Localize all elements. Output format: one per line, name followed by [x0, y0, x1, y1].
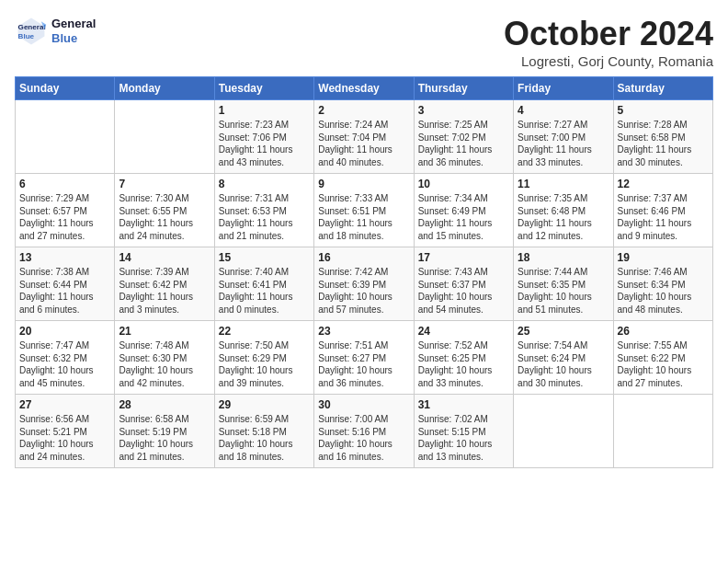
- calendar-cell: [115, 100, 214, 174]
- weekday-header-row: SundayMondayTuesdayWednesdayThursdayFrid…: [16, 77, 713, 100]
- weekday-header-wednesday: Wednesday: [314, 77, 414, 100]
- day-info: Sunrise: 7:42 AMSunset: 6:39 PMDaylight:…: [318, 266, 409, 316]
- day-info: Sunrise: 6:58 AMSunset: 5:19 PMDaylight:…: [119, 413, 210, 463]
- day-info: Sunrise: 6:56 AMSunset: 5:21 PMDaylight:…: [19, 413, 110, 463]
- day-number: 20: [19, 325, 110, 338]
- weekday-header-saturday: Saturday: [613, 77, 712, 100]
- day-info: Sunrise: 7:46 AMSunset: 6:34 PMDaylight:…: [618, 266, 709, 316]
- logo: General Blue General Blue: [15, 15, 96, 48]
- calendar-cell: [514, 395, 613, 468]
- logo-line2: Blue: [51, 31, 96, 46]
- weekday-header-tuesday: Tuesday: [214, 77, 313, 100]
- day-info: Sunrise: 7:44 AMSunset: 6:35 PMDaylight:…: [518, 266, 609, 316]
- weekday-header-monday: Monday: [115, 77, 214, 100]
- calendar-cell: 4Sunrise: 7:27 AMSunset: 7:00 PMDaylight…: [514, 100, 613, 174]
- day-number: 7: [119, 178, 210, 190]
- day-number: 28: [119, 398, 210, 411]
- day-info: Sunrise: 7:23 AMSunset: 7:06 PMDaylight:…: [219, 119, 310, 168]
- day-number: 27: [19, 398, 110, 411]
- calendar-cell: [16, 100, 115, 174]
- calendar-cell: 25Sunrise: 7:54 AMSunset: 6:24 PMDayligh…: [514, 321, 613, 395]
- day-info: Sunrise: 7:31 AMSunset: 6:53 PMDaylight:…: [219, 192, 310, 242]
- day-info: Sunrise: 7:37 AMSunset: 6:46 PMDaylight:…: [618, 192, 709, 242]
- day-info: Sunrise: 7:48 AMSunset: 6:30 PMDaylight:…: [119, 339, 210, 389]
- day-number: 2: [318, 104, 409, 117]
- day-number: 10: [418, 178, 509, 190]
- day-number: 15: [219, 251, 310, 264]
- day-info: Sunrise: 7:39 AMSunset: 6:42 PMDaylight:…: [119, 266, 210, 316]
- location-title: Logresti, Gorj County, Romania: [504, 53, 713, 69]
- week-row-1: 1Sunrise: 7:23 AMSunset: 7:06 PMDaylight…: [16, 100, 713, 174]
- day-info: Sunrise: 7:40 AMSunset: 6:41 PMDaylight:…: [219, 266, 310, 316]
- day-info: Sunrise: 7:00 AMSunset: 5:16 PMDaylight:…: [318, 413, 409, 463]
- calendar-cell: 7Sunrise: 7:30 AMSunset: 6:55 PMDaylight…: [115, 174, 214, 247]
- day-number: 12: [618, 178, 709, 190]
- day-number: 31: [418, 398, 509, 411]
- calendar-cell: 30Sunrise: 7:00 AMSunset: 5:16 PMDayligh…: [314, 395, 414, 468]
- calendar-cell: 11Sunrise: 7:35 AMSunset: 6:48 PMDayligh…: [514, 174, 613, 247]
- day-info: Sunrise: 7:47 AMSunset: 6:32 PMDaylight:…: [19, 339, 110, 389]
- calendar-cell: 20Sunrise: 7:47 AMSunset: 6:32 PMDayligh…: [16, 321, 115, 395]
- logo-line1: General: [51, 17, 96, 31]
- day-number: 4: [518, 104, 609, 117]
- day-info: Sunrise: 7:43 AMSunset: 6:37 PMDaylight:…: [418, 266, 509, 316]
- day-info: Sunrise: 7:55 AMSunset: 6:22 PMDaylight:…: [618, 339, 709, 389]
- day-number: 6: [19, 178, 110, 190]
- weekday-header-thursday: Thursday: [414, 77, 513, 100]
- day-info: Sunrise: 7:27 AMSunset: 7:00 PMDaylight:…: [518, 119, 609, 168]
- day-number: 18: [518, 251, 609, 264]
- logo-text: General Blue: [51, 17, 96, 45]
- day-number: 30: [318, 398, 409, 411]
- day-number: 24: [418, 325, 509, 338]
- calendar-cell: 9Sunrise: 7:33 AMSunset: 6:51 PMDaylight…: [314, 174, 414, 247]
- day-info: Sunrise: 7:30 AMSunset: 6:55 PMDaylight:…: [119, 192, 210, 242]
- day-number: 19: [618, 251, 709, 264]
- calendar-table: SundayMondayTuesdayWednesdayThursdayFrid…: [15, 76, 713, 468]
- day-info: Sunrise: 7:33 AMSunset: 6:51 PMDaylight:…: [318, 192, 409, 242]
- week-row-3: 13Sunrise: 7:38 AMSunset: 6:44 PMDayligh…: [16, 247, 713, 321]
- week-row-4: 20Sunrise: 7:47 AMSunset: 6:32 PMDayligh…: [16, 321, 713, 395]
- month-title: October 2024: [504, 15, 713, 53]
- day-info: Sunrise: 7:34 AMSunset: 6:49 PMDaylight:…: [418, 192, 509, 242]
- calendar-cell: 8Sunrise: 7:31 AMSunset: 6:53 PMDaylight…: [214, 174, 313, 247]
- day-info: Sunrise: 7:51 AMSunset: 6:27 PMDaylight:…: [318, 339, 409, 389]
- calendar-cell: 16Sunrise: 7:42 AMSunset: 6:39 PMDayligh…: [314, 247, 414, 321]
- day-number: 13: [19, 251, 110, 264]
- day-number: 3: [418, 104, 509, 117]
- day-info: Sunrise: 7:24 AMSunset: 7:04 PMDaylight:…: [318, 119, 409, 168]
- calendar-cell: 13Sunrise: 7:38 AMSunset: 6:44 PMDayligh…: [16, 247, 115, 321]
- day-info: Sunrise: 7:38 AMSunset: 6:44 PMDaylight:…: [19, 266, 110, 316]
- day-number: 17: [418, 251, 509, 264]
- week-row-2: 6Sunrise: 7:29 AMSunset: 6:57 PMDaylight…: [16, 174, 713, 247]
- calendar-cell: 17Sunrise: 7:43 AMSunset: 6:37 PMDayligh…: [414, 247, 513, 321]
- day-number: 8: [219, 178, 310, 190]
- day-info: Sunrise: 6:59 AMSunset: 5:18 PMDaylight:…: [219, 413, 310, 463]
- day-number: 5: [618, 104, 709, 117]
- day-info: Sunrise: 7:50 AMSunset: 6:29 PMDaylight:…: [219, 339, 310, 389]
- calendar-cell: 3Sunrise: 7:25 AMSunset: 7:02 PMDaylight…: [414, 100, 513, 174]
- calendar-cell: 2Sunrise: 7:24 AMSunset: 7:04 PMDaylight…: [314, 100, 414, 174]
- day-info: Sunrise: 7:29 AMSunset: 6:57 PMDaylight:…: [19, 192, 110, 242]
- day-number: 11: [518, 178, 609, 190]
- calendar-cell: 21Sunrise: 7:48 AMSunset: 6:30 PMDayligh…: [115, 321, 214, 395]
- day-info: Sunrise: 7:02 AMSunset: 5:15 PMDaylight:…: [418, 413, 509, 463]
- svg-text:Blue: Blue: [18, 32, 35, 40]
- weekday-header-friday: Friday: [514, 77, 613, 100]
- calendar-cell: 22Sunrise: 7:50 AMSunset: 6:29 PMDayligh…: [214, 321, 313, 395]
- calendar-cell: 29Sunrise: 6:59 AMSunset: 5:18 PMDayligh…: [214, 395, 313, 468]
- day-info: Sunrise: 7:54 AMSunset: 6:24 PMDaylight:…: [518, 339, 609, 389]
- calendar-cell: 26Sunrise: 7:55 AMSunset: 6:22 PMDayligh…: [613, 321, 712, 395]
- day-info: Sunrise: 7:35 AMSunset: 6:48 PMDaylight:…: [518, 192, 609, 242]
- day-info: Sunrise: 7:25 AMSunset: 7:02 PMDaylight:…: [418, 119, 509, 168]
- svg-text:General: General: [18, 23, 46, 31]
- calendar-cell: 19Sunrise: 7:46 AMSunset: 6:34 PMDayligh…: [613, 247, 712, 321]
- week-row-5: 27Sunrise: 6:56 AMSunset: 5:21 PMDayligh…: [16, 395, 713, 468]
- day-number: 22: [219, 325, 310, 338]
- calendar-cell: 23Sunrise: 7:51 AMSunset: 6:27 PMDayligh…: [314, 321, 414, 395]
- calendar-cell: 28Sunrise: 6:58 AMSunset: 5:19 PMDayligh…: [115, 395, 214, 468]
- day-number: 23: [318, 325, 409, 338]
- weekday-header-sunday: Sunday: [16, 77, 115, 100]
- day-number: 1: [219, 104, 310, 117]
- day-number: 14: [119, 251, 210, 264]
- page-header: General Blue General Blue October 2024 L…: [15, 15, 713, 69]
